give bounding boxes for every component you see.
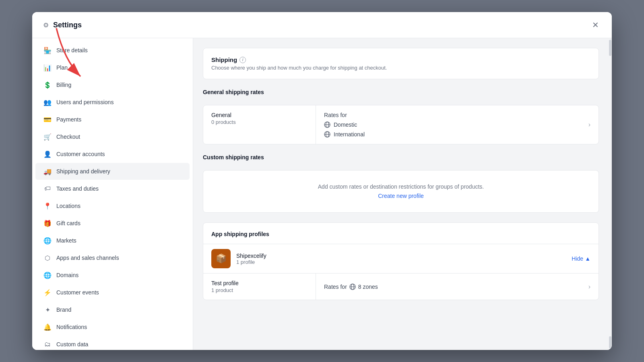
sidebar-label-domains: Domains <box>56 272 78 278</box>
rates-general-title: General <box>211 112 308 118</box>
sidebar-item-customer-events[interactable]: ⚡ Customer events <box>35 284 190 301</box>
sidebar-item-billing[interactable]: 💲 Billing <box>35 76 190 93</box>
sidebar-label-taxes-duties: Taxes and duties <box>56 185 99 192</box>
rates-row[interactable]: General 0 products Rates for <box>203 105 599 144</box>
sidebar-label-customer-accounts: Customer accounts <box>56 151 105 157</box>
sidebar-item-customer-accounts[interactable]: 👤 Customer accounts <box>35 146 190 162</box>
sidebar-item-users-permissions[interactable]: 👥 Users and permissions <box>35 94 190 111</box>
sidebar-icon-users-permissions: 👥 <box>43 98 52 106</box>
sidebar-item-locations[interactable]: 📍 Locations <box>35 197 190 214</box>
profile-right: Rates for 8 zones › <box>316 274 599 300</box>
sidebar-icon-notifications: 🔔 <box>43 323 52 331</box>
custom-rates-section: Custom shipping rates Add custom rates o… <box>203 154 599 213</box>
main-content: Shipping i Choose where you ship and how… <box>193 38 609 350</box>
sidebar-icon-apps-channels: ⬡ <box>43 254 52 262</box>
close-button[interactable]: ✕ <box>589 19 602 31</box>
sidebar-icon-custom-data: 🗂 <box>43 340 52 348</box>
rates-right: Rates for Domestic <box>316 105 599 144</box>
sidebar-item-domains[interactable]: 🌐 Domains <box>35 267 190 284</box>
modal-header: ⚙ Settings ✕ <box>32 12 612 38</box>
rates-right-content: Rates for Domestic <box>324 112 365 138</box>
hide-button[interactable]: Hide ▲ <box>572 255 590 262</box>
custom-rates-desc: Add custom rates or destination restrict… <box>211 183 590 190</box>
sidebar-item-plan[interactable]: 📊 Plan <box>35 59 190 76</box>
sidebar-label-customer-events: Customer events <box>56 289 99 296</box>
sidebar-icon-checkout: 🛒 <box>43 133 52 141</box>
sidebar-item-payments[interactable]: 💳 Payments <box>35 111 190 128</box>
custom-rates-card: Add custom rates or destination restrict… <box>203 170 599 213</box>
sidebar-label-apps-channels: Apps and sales channels <box>56 255 119 261</box>
app-sub: 1 profile <box>236 259 566 265</box>
shipping-title-row: Shipping i <box>211 56 590 63</box>
scrollbar-track[interactable] <box>609 38 612 350</box>
shipping-title: Shipping <box>211 56 237 63</box>
sidebar-item-shipping-delivery[interactable]: 🚚 Shipping and delivery <box>35 163 190 180</box>
rates-general-sub: 0 products <box>211 119 308 125</box>
app-item-shipexcelify: 📦 Shipexcelify 1 profile Hide ▲ <box>203 244 599 273</box>
sidebar-label-brand: Brand <box>56 306 71 313</box>
custom-rates-label: Custom shipping rates <box>203 154 599 160</box>
sidebar-label-plan: Plan <box>56 64 68 71</box>
sidebar-icon-locations: 📍 <box>43 202 52 210</box>
rates-for-label: Rates for <box>324 112 365 118</box>
app-profiles-title: App shipping profiles <box>211 231 590 237</box>
sidebar-item-notifications[interactable]: 🔔 Notifications <box>35 319 190 335</box>
sidebar-item-checkout[interactable]: 🛒 Checkout <box>35 128 190 145</box>
zones-label: 8 zones <box>358 284 378 290</box>
rates-left: General 0 products <box>203 105 316 144</box>
sidebar-label-locations: Locations <box>56 203 80 209</box>
international-item: International <box>324 131 365 138</box>
sidebar-icon-plan: 📊 <box>43 64 52 72</box>
profile-rates-item: Rates for 8 zones <box>324 284 378 290</box>
app-name: Shipexcelify <box>236 253 566 259</box>
rates-for-text: Rates for <box>324 284 347 290</box>
globe-icon-zones <box>349 284 356 290</box>
sidebar-label-store-details: Store details <box>56 47 88 53</box>
sidebar-icon-taxes-duties: 🏷 <box>43 185 52 193</box>
app-profiles-header: App shipping profiles <box>203 223 599 244</box>
sidebar: 🏪 Store details 📊 Plan 💲 Billing 👥 Users… <box>32 38 193 350</box>
profile-sub: 1 product <box>211 287 308 293</box>
header-left: ⚙ Settings <box>42 21 82 29</box>
chevron-right-icon: › <box>588 121 590 128</box>
sidebar-item-gift-cards[interactable]: 🎁 Gift cards <box>35 215 190 232</box>
sidebar-item-markets[interactable]: 🌐 Markets <box>35 232 190 249</box>
domestic-label: Domestic <box>334 121 357 128</box>
sidebar-label-users-permissions: Users and permissions <box>56 99 114 105</box>
sidebar-label-notifications: Notifications <box>56 324 87 330</box>
shipping-description: Choose where you ship and how much you c… <box>211 65 590 71</box>
sidebar-icon-markets: 🌐 <box>43 237 52 245</box>
sidebar-label-billing: Billing <box>56 82 71 88</box>
sidebar-item-brand[interactable]: ✦ Brand <box>35 301 190 318</box>
app-info: Shipexcelify 1 profile <box>236 253 566 265</box>
sidebar-icon-brand: ✦ <box>43 306 52 314</box>
sidebar-label-payments: Payments <box>56 116 81 123</box>
sidebar-item-apps-channels[interactable]: ⬡ Apps and sales channels <box>35 249 190 266</box>
profile-row-test[interactable]: Test profile 1 product Rates for <box>203 273 599 300</box>
globe-icon-international <box>324 131 330 138</box>
domestic-item: Domestic <box>324 121 365 128</box>
sidebar-label-custom-data: Custom data <box>56 341 88 348</box>
content-inner: Shipping i Choose where you ship and how… <box>193 38 609 310</box>
scrollbar-thumb-top <box>609 40 611 56</box>
app-profiles-section: App shipping profiles 📦 Shipexcelify 1 p… <box>203 222 599 300</box>
sidebar-item-custom-data[interactable]: 🗂 Custom data <box>35 336 190 350</box>
settings-modal: ⚙ Settings ✕ 🏪 Store details 📊 Plan 💲 Bi… <box>32 12 612 350</box>
sidebar-icon-customer-accounts: 👤 <box>43 150 52 158</box>
modal-title: Settings <box>53 21 82 29</box>
create-profile-link[interactable]: Create new profile <box>378 193 424 199</box>
sidebar-icon-billing: 💲 <box>43 81 52 89</box>
shipping-header-card: Shipping i Choose where you ship and how… <box>203 48 599 79</box>
sidebar-label-shipping-delivery: Shipping and delivery <box>56 168 110 175</box>
profile-title: Test profile <box>211 280 308 286</box>
international-label: International <box>334 131 365 138</box>
profile-left: Test profile 1 product <box>203 274 316 300</box>
info-icon[interactable]: i <box>239 57 246 63</box>
sidebar-label-markets: Markets <box>56 237 76 244</box>
sidebar-label-checkout: Checkout <box>56 134 80 140</box>
sidebar-item-store-details[interactable]: 🏪 Store details <box>35 42 190 59</box>
sidebar-item-taxes-duties[interactable]: 🏷 Taxes and duties <box>35 180 190 197</box>
sidebar-icon-payments: 💳 <box>43 115 52 123</box>
chevron-right-profile-icon: › <box>588 283 590 290</box>
settings-icon: ⚙ <box>42 21 50 29</box>
